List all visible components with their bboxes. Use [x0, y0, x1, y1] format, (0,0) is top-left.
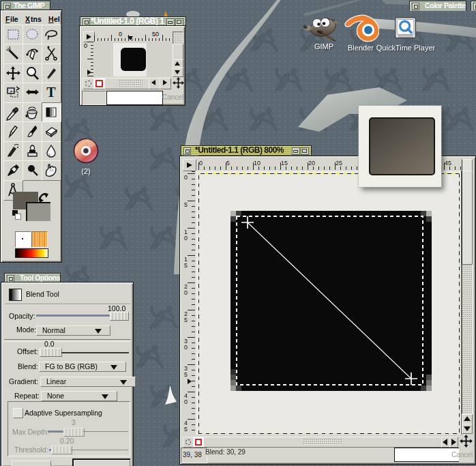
svg-text:T: T: [46, 85, 56, 100]
